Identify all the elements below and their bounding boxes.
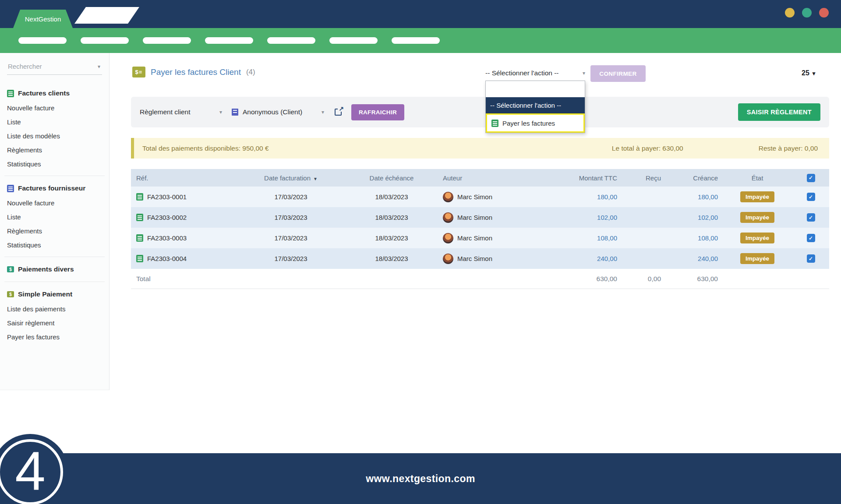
cell-date-echeance: 18/03/2023 [341,255,442,262]
sidebar-item-liste-des-modeles[interactable]: Liste des modèles [0,129,109,143]
sidebar-item-statistiques-clients[interactable]: Statistiques [0,157,109,171]
table-row[interactable]: FA2303-0004 17/03/2023 18/03/2023 Marc S… [131,248,829,269]
external-link-icon[interactable]: ↗ [335,109,342,116]
sidebar-item-payer-les-factures[interactable]: Payer les factures [0,330,109,344]
sidebar-item-liste-fournisseur[interactable]: Liste [0,210,109,224]
page-size-value: 25 [802,69,809,77]
payment-icon: $ [7,266,14,272]
footer-url: www.nextgestion.com [366,473,475,485]
page-size-select[interactable]: 25 ▾ [802,69,815,77]
table-row[interactable]: FA2303-0003 17/03/2023 18/03/2023 Marc S… [131,228,829,248]
sidebar-item-reglements-clients[interactable]: Règlements [0,143,109,157]
cell-checkbox: ✓ [792,213,829,222]
row-checkbox[interactable]: ✓ [807,193,815,201]
column-header-date-echeance[interactable]: Date échéance [341,174,442,182]
total-label: Total [131,275,240,283]
invoice-icon [7,185,14,192]
remaining-to-pay-text: Reste à payer: 0,00 [759,145,818,152]
dropdown-option-empty[interactable] [486,81,585,97]
select-all-checkbox[interactable]: ✓ [807,174,815,182]
check-icon: ✓ [809,256,813,262]
sidebar-item-liste-clients[interactable]: Liste [0,115,109,129]
nav-item-placeholder[interactable] [267,37,315,44]
cell-montant-ttc: 108,00 [551,234,622,242]
sidebar-item-statistiques-fournisseur[interactable]: Statistiques [0,238,109,252]
chevron-down-icon: ▾ [583,70,585,76]
cell-ref: FA2303-0004 [131,255,240,262]
cell-montant-ttc: 240,00 [551,255,622,262]
nav-item-placeholder[interactable] [81,37,129,44]
reglement-client-select[interactable]: Règlement client ▾ [140,108,222,116]
cell-checkbox: ✓ [792,254,829,263]
column-header-ref[interactable]: Réf. [131,174,240,182]
action-select[interactable]: -- Sélectionner l'action -- ▾ [485,69,585,77]
sidebar-item-nouvelle-facture-client[interactable]: Nouvelle facture [0,101,109,115]
nav-item-placeholder[interactable] [329,37,378,44]
sidebar-section-factures-clients: Factures clients [0,85,109,101]
dropdown-option-selectionner-action[interactable]: -- Sélectionner l'action -- [486,97,585,113]
invoice-icon [136,255,143,262]
dropdown-option-label: Payer les factures [502,120,555,127]
client-select[interactable]: Anonymous (Client) ▾ [243,108,324,116]
column-header-etat[interactable]: État [722,174,792,182]
column-header-montant-ttc[interactable]: Montant TTC [551,174,622,182]
cell-date-facturation: 17/03/2023 [240,193,341,201]
confirm-button[interactable]: CONFIRMER [590,65,646,82]
sidebar-item-saisir-reglement[interactable]: Saisir règlement [0,316,109,330]
nav-item-placeholder[interactable] [18,37,67,44]
chevron-down-icon: ▾ [219,109,222,115]
cell-creance: 108,00 [665,234,722,242]
action-dropdown-menu: -- Sélectionner l'action -- Payer les fa… [485,81,585,133]
payments-icon: $≡ [132,67,145,78]
status-badge: Impayée [740,233,774,243]
search-input[interactable]: Rechercher ▾ [7,63,102,75]
table-total-row: Total 630,00 0,00 630,00 [131,269,829,289]
invoice-icon [136,234,143,242]
cell-auteur: Marc Simon [442,254,551,264]
table-row[interactable]: FA2303-0002 17/03/2023 18/03/2023 Marc S… [131,207,829,228]
row-checkbox[interactable]: ✓ [807,213,815,222]
invoice-icon [491,120,498,127]
cell-auteur: Marc Simon [442,212,551,223]
sidebar-item-liste-des-paiements[interactable]: Liste des paiements [0,302,109,316]
check-icon: ✓ [809,175,813,181]
sidebar-item-reglements-fournisseur[interactable]: Règlements [0,224,109,238]
search-placeholder: Rechercher [8,63,42,70]
table-header-row: Réf. Date facturation▼ Date échéance Aut… [131,169,829,187]
refresh-button[interactable]: RAFRAICHIR [351,104,404,120]
brand-name: NextGestion [25,15,61,23]
row-checkbox[interactable]: ✓ [807,254,815,263]
step-badge: 4 [0,439,63,504]
nav-item-placeholder[interactable] [205,37,253,44]
column-header-auteur[interactable]: Auteur [442,174,551,182]
saisir-reglement-button[interactable]: SAISIR RÈGLEMENT [738,103,820,121]
column-header-date-facturation[interactable]: Date facturation▼ [240,174,341,182]
cell-auteur: Marc Simon [442,233,551,243]
external-link-arrow: ↗ [338,106,344,112]
sidebar-section-simple-paiement: $ Simple Paiement [0,286,109,302]
section-title: Paiements divers [18,265,74,273]
row-checkbox[interactable]: ✓ [807,234,815,242]
table-row[interactable]: FA2303-0001 17/03/2023 18/03/2023 Marc S… [131,187,829,207]
dropdown-option-payer-les-factures[interactable]: Payer les factures [486,113,585,133]
column-header-recu[interactable]: Reçu [622,174,665,182]
invoice-icon [136,214,143,221]
avatar [443,254,453,264]
brand-tab: NextGestion [13,10,73,28]
cell-etat: Impayée [722,212,792,223]
client-select-group: Anonymous (Client) ▾ [232,108,324,116]
cell-etat: Impayée [722,233,792,243]
nav-item-placeholder[interactable] [392,37,440,44]
check-icon: ✓ [809,194,813,200]
status-badge: Impayée [740,191,774,202]
sidebar-section-paiements-divers[interactable]: $ Paiements divers [0,261,109,277]
check-icon: ✓ [809,215,813,221]
reglement-select-value: Règlement client [140,108,190,116]
sidebar-item-nouvelle-facture-fournisseur[interactable]: Nouvelle facture [0,196,109,210]
cell-checkbox: ✓ [792,193,829,201]
footer: www.nextgestion.com [0,453,841,504]
total-montant-ttc: 630,00 [551,275,622,283]
sort-desc-icon: ▼ [313,176,318,181]
nav-item-placeholder[interactable] [143,37,191,44]
column-header-creance[interactable]: Créance [665,174,722,182]
